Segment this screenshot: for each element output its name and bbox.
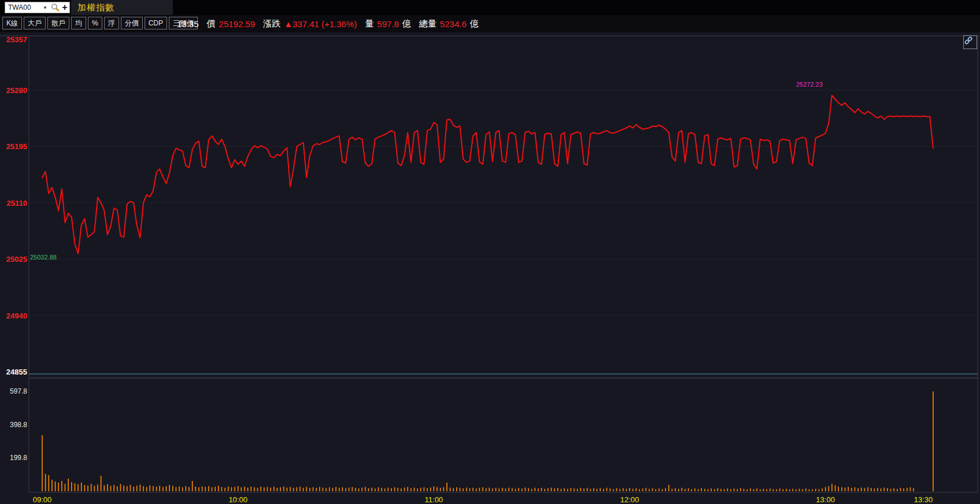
time-axis-tick: 09:00 [33,495,52,504]
app-window: TWA00 ▾ + 加權指數 K線 大戶 散戶 均 % 浮 分價 CDP 三關價 [0,0,980,504]
quote-status-bar: 13:35 價 25192.59 漲跌 ▲337.41 (+1.36%) 量 5… [177,15,482,32]
add-symbol-button[interactable]: + [60,3,69,12]
total-volume-value: 5234.6 [440,19,467,29]
time-axis-tick: 13:30 [914,495,933,504]
symbol-combo[interactable]: TWA00 ▾ + [5,2,70,13]
time-axis-tick: 13:00 [816,495,835,504]
volume-unit: 億 [402,18,411,29]
change-label: 漲跌 [263,18,280,29]
intraday-chart: 25357252802519525110250252494024855597.8… [0,32,980,504]
price-axis-tick: 25110 [1,198,27,207]
toolbar: K線 大戶 散戶 均 % 浮 分價 CDP 三關價 13:35 價 25192.… [0,15,980,32]
float-button[interactable]: 浮 [104,17,119,29]
price-axis-tick: 24940 [1,311,27,320]
link-button[interactable] [963,35,977,49]
cdp-button[interactable]: CDP [145,17,167,29]
volume-label: 量 [365,18,373,29]
quote-time: 13:35 [177,19,199,29]
time-axis-tick: 11:00 [425,495,443,504]
price-dist-button[interactable]: 分價 [121,17,143,29]
volume-value: 597.8 [377,19,399,29]
symbol-input[interactable]: TWA00 [5,3,42,12]
high-annotation: 25272.23 [796,81,823,88]
percent-button[interactable]: % [88,17,102,29]
time-axis-tick: 12:00 [620,495,639,504]
tab-weighted-index[interactable]: 加權指數 [71,0,173,15]
time-axis-tick: 10:00 [228,495,247,504]
price-label: 價 [207,18,216,29]
volume-axis-tick: 199.8 [2,454,27,462]
price-axis-tick: 24855 [1,368,27,376]
price-axis-tick: 25357 [1,35,27,43]
big-player-button[interactable]: 大戶 [24,17,46,29]
price-axis-tick: 25195 [1,142,27,151]
chevron-down-icon[interactable]: ▾ [42,5,49,10]
search-icon[interactable] [50,3,60,12]
total-volume-label: 總量 [419,18,437,29]
kline-button[interactable]: K線 [2,17,22,29]
price-line [42,95,933,254]
change-value: ▲337.41 (+1.36%) [284,19,357,29]
average-button[interactable]: 均 [71,17,86,29]
retail-button[interactable]: 散戶 [47,17,69,29]
total-volume-unit: 億 [470,18,479,29]
volume-axis-tick: 597.8 [2,387,27,395]
header-bar: TWA00 ▾ + 加權指數 [0,0,980,15]
volume-axis-tick: 398.8 [2,421,27,429]
price-axis-tick: 25025 [1,255,27,264]
chart-canvas[interactable] [0,32,980,504]
low-annotation: 25032.88 [30,254,57,261]
price-value: 25192.59 [219,19,256,29]
price-axis-tick: 25280 [1,86,27,94]
chain-link-icon [964,36,973,45]
